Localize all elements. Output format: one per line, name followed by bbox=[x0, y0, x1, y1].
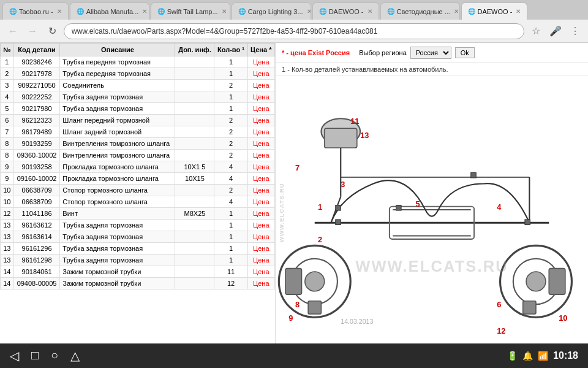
cell-code: 90217978 bbox=[13, 68, 60, 80]
cell-qty: 1 bbox=[214, 231, 247, 243]
tab-close-daewoo2[interactable]: ✕ bbox=[516, 8, 521, 15]
price-link[interactable]: Цена bbox=[253, 256, 269, 264]
table-row: 3 9092271050 Соединитель 2 Цена bbox=[1, 80, 275, 91]
address-bar[interactable] bbox=[64, 23, 524, 39]
price-link[interactable]: Цена bbox=[253, 117, 269, 124]
cell-price[interactable]: Цена bbox=[247, 91, 274, 103]
cell-num: 3 bbox=[1, 80, 14, 91]
svg-text:8: 8 bbox=[295, 300, 300, 309]
sys-back-button[interactable]: ◁ bbox=[10, 348, 19, 363]
exist-label: * - цена Exist Россия bbox=[282, 49, 350, 56]
system-bar: ◁ □ ○ △ 🔋 🔔 📶 10:18 bbox=[0, 343, 588, 368]
price-link[interactable]: Цена bbox=[253, 151, 269, 159]
cell-desc: Трубка задняя тормозная bbox=[60, 255, 175, 266]
tab-swift[interactable]: 🌐 Swift Tail Lamp... ✕ bbox=[151, 2, 230, 20]
cell-num: 7 bbox=[1, 126, 14, 138]
svg-text:11: 11 bbox=[350, 117, 359, 126]
region-bar: * - цена Exist Россия Выбор региона Росс… bbox=[276, 43, 588, 63]
tab-close-daewoo1[interactable]: ✕ bbox=[368, 8, 372, 15]
menu-icon[interactable]: ⋮ bbox=[567, 23, 583, 39]
tab-alibaba[interactable]: 🌐 Alibaba Manufa... ✕ bbox=[70, 2, 149, 20]
cell-price[interactable]: Цена bbox=[247, 161, 274, 173]
price-link[interactable]: Цена bbox=[253, 70, 269, 77]
tab-close-swift[interactable]: ✕ bbox=[222, 8, 227, 15]
tab-daewoo2[interactable]: 🌐 DAEWOO - ✕ bbox=[461, 2, 528, 20]
cell-price[interactable]: Цена bbox=[247, 68, 274, 80]
sys-recents-button[interactable]: □ bbox=[31, 348, 39, 363]
cell-desc: Зажим тормозной трубки bbox=[60, 266, 175, 278]
cell-price[interactable]: Цена bbox=[247, 255, 274, 266]
tab-cargo[interactable]: 🌐 Cargo Lighting 3... ✕ bbox=[232, 2, 311, 20]
price-link[interactable]: Цена bbox=[253, 140, 269, 147]
microphone-icon[interactable]: 🎤 bbox=[548, 23, 564, 39]
cell-price[interactable]: Цена bbox=[247, 138, 274, 150]
price-link[interactable]: Цена bbox=[253, 163, 269, 171]
tab-close-taobao[interactable]: ✕ bbox=[57, 8, 62, 15]
table-row: 13 96163614 Трубка задняя тормозная 1 Це… bbox=[1, 231, 275, 243]
sys-up-button[interactable]: △ bbox=[70, 348, 80, 363]
cell-price[interactable]: Цена bbox=[247, 56, 274, 68]
refresh-button[interactable]: ↻ bbox=[44, 23, 60, 39]
tab-icon-daewoo2: 🌐 bbox=[468, 8, 475, 15]
cell-price[interactable]: Цена bbox=[247, 173, 274, 185]
cell-price[interactable]: Цена bbox=[247, 150, 274, 161]
cell-extra bbox=[175, 115, 214, 126]
price-link[interactable]: Цена bbox=[253, 175, 269, 182]
cell-code: 90193258 bbox=[13, 161, 60, 173]
cell-qty: 1 bbox=[214, 91, 247, 103]
cell-code: 06638709 bbox=[13, 196, 60, 208]
cell-price[interactable]: Цена bbox=[247, 220, 274, 231]
price-link[interactable]: Цена bbox=[253, 221, 269, 229]
sys-home-button[interactable]: ○ bbox=[51, 348, 58, 363]
price-link[interactable]: Цена bbox=[253, 280, 269, 287]
cell-qty: 4 bbox=[214, 161, 247, 173]
price-link[interactable]: Цена bbox=[253, 82, 269, 89]
cell-price[interactable]: Цена bbox=[247, 196, 274, 208]
cell-num: 10 bbox=[1, 185, 14, 196]
price-link[interactable]: Цена bbox=[253, 268, 269, 275]
svg-point-13 bbox=[526, 272, 546, 291]
region-select[interactable]: Россия bbox=[410, 47, 451, 59]
cell-code: 96179489 bbox=[13, 126, 60, 138]
cell-price[interactable]: Цена bbox=[247, 266, 274, 278]
price-link[interactable]: Цена bbox=[253, 128, 269, 136]
forward-button[interactable]: → bbox=[24, 23, 40, 39]
cell-price[interactable]: Цена bbox=[247, 231, 274, 243]
cell-desc: Прокладка тормозного шланга bbox=[60, 161, 175, 173]
tab-daewoo1[interactable]: 🌐 DAEWOO - ✕ bbox=[312, 2, 379, 20]
svg-point-7 bbox=[305, 272, 325, 291]
price-link[interactable]: Цена bbox=[253, 105, 269, 112]
cell-code: 06638709 bbox=[13, 185, 60, 196]
cell-price[interactable]: Цена bbox=[247, 185, 274, 196]
cell-price[interactable]: Цена bbox=[247, 278, 274, 289]
bookmark-icon[interactable]: ☆ bbox=[528, 23, 544, 39]
cell-desc: Трубка задняя тормозная bbox=[60, 231, 175, 243]
tab-close-alibaba[interactable]: ✕ bbox=[142, 8, 147, 15]
tab-svetod[interactable]: 🌐 Светодиодные ... ✕ bbox=[380, 2, 460, 20]
price-link[interactable]: Цена bbox=[253, 233, 269, 240]
cell-price[interactable]: Цена bbox=[247, 103, 274, 115]
cell-code: 96161296 bbox=[13, 243, 60, 255]
back-button[interactable]: ← bbox=[5, 23, 21, 39]
tab-close-cargo[interactable]: ✕ bbox=[307, 8, 311, 15]
price-link[interactable]: Цена bbox=[253, 210, 269, 217]
ok-button[interactable]: Ok bbox=[455, 47, 475, 58]
tab-taobao[interactable]: 🌐 Taobao.ru - ✕ bbox=[2, 2, 69, 20]
svg-text:1: 1 bbox=[318, 202, 322, 212]
price-link[interactable]: Цена bbox=[253, 186, 269, 194]
price-link[interactable]: Цена bbox=[253, 198, 269, 205]
price-link[interactable]: Цена bbox=[253, 93, 269, 101]
cell-price[interactable]: Цена bbox=[247, 80, 274, 91]
price-link[interactable]: Цена bbox=[253, 58, 269, 66]
price-link[interactable]: Цена bbox=[253, 245, 269, 252]
tab-close-svetod[interactable]: ✕ bbox=[454, 8, 459, 15]
sys-notification-icon: 🔔 bbox=[522, 351, 533, 361]
cell-price[interactable]: Цена bbox=[247, 115, 274, 126]
cell-price[interactable]: Цена bbox=[247, 208, 274, 220]
cell-extra bbox=[175, 91, 214, 103]
cell-price[interactable]: Цена bbox=[247, 243, 274, 255]
tab-icon-alibaba: 🌐 bbox=[77, 8, 84, 15]
cell-qty: 1 bbox=[214, 243, 247, 255]
cell-price[interactable]: Цена bbox=[247, 126, 274, 138]
svg-text:12: 12 bbox=[497, 326, 505, 335]
